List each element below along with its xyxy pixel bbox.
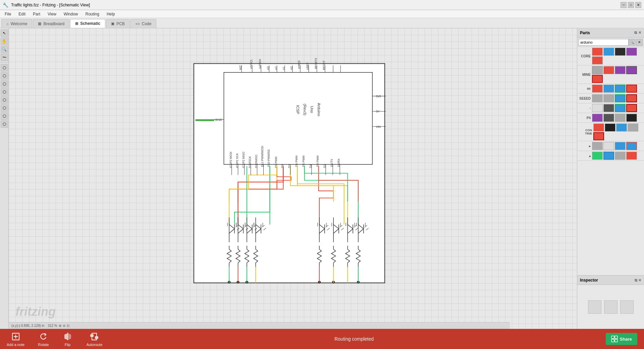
part-thumb[interactable] — [593, 123, 604, 132]
part-thumb[interactable] — [603, 48, 614, 56]
parts-grid-p4 — [592, 114, 637, 122]
restore-button[interactable]: □ — [628, 2, 634, 8]
part-thumb[interactable] — [592, 94, 603, 102]
part-thumb[interactable] — [603, 85, 614, 93]
part-tool-4[interactable]: ⬡ — [1, 88, 8, 96]
menu-routing[interactable]: Routing — [82, 11, 103, 17]
part-thumb[interactable] — [603, 94, 614, 102]
part-tool-2[interactable]: ⬡ — [1, 72, 8, 80]
tab-schematic-label: Schematic — [80, 21, 100, 26]
part-thumb[interactable] — [615, 152, 626, 160]
hand-tool[interactable]: ✋ — [1, 38, 8, 45]
part-thumb[interactable] — [615, 94, 626, 102]
part-thumb[interactable] — [626, 152, 637, 160]
part-thumb[interactable] — [592, 142, 603, 150]
svg-rect-170 — [95, 337, 98, 339]
window-title: Traffic lights.fzz - Fritzing - [Schemat… — [11, 3, 90, 7]
part-thumb[interactable] — [615, 142, 626, 150]
breadboard-icon: ▦ — [38, 21, 41, 26]
minimize-button[interactable]: ─ — [621, 2, 627, 8]
flip-label: Flip — [65, 343, 71, 347]
tab-welcome[interactable]: ⌂ Welcome — [1, 19, 32, 28]
zoom-indicator: 312 % ⊕ ⊖ ⊡ — [48, 324, 69, 328]
part-thumb[interactable] — [592, 104, 603, 112]
svg-rect-173 — [615, 339, 618, 342]
part-thumb[interactable] — [615, 66, 626, 74]
part-thumb[interactable] — [628, 123, 638, 132]
rotate-button[interactable]: Rotate — [38, 331, 49, 347]
part-thumb[interactable] — [626, 85, 637, 93]
schematic-canvas[interactable]: fritzing Arduino Uno (Rev3) ICSP N/C A5/… — [9, 28, 577, 329]
part-thumb[interactable] — [616, 123, 627, 132]
parts-title: Parts — [580, 31, 590, 35]
part-thumb[interactable] — [592, 152, 603, 160]
menu-edit[interactable]: Edit — [15, 11, 29, 17]
zoom-tool[interactable]: 🔍 — [1, 46, 8, 53]
part-thumb[interactable] — [592, 75, 603, 83]
part-thumb[interactable] — [615, 85, 626, 93]
part-thumb[interactable] — [592, 48, 603, 56]
tab-breadboard[interactable]: ▦ Breadboard — [33, 19, 69, 28]
part-thumb[interactable] — [626, 104, 637, 112]
inspector-close[interactable]: ✕ — [638, 278, 641, 282]
category-label-mine: MINE — [579, 73, 591, 77]
part-thumb[interactable] — [592, 56, 603, 64]
part-thumb[interactable] — [626, 114, 637, 122]
close-button[interactable]: ✕ — [635, 2, 641, 8]
parts-grid-core — [592, 48, 643, 64]
add-note-button[interactable]: Add a note — [7, 331, 24, 347]
menu-part[interactable]: Part — [30, 11, 44, 17]
autoroute-button[interactable]: Autoroute — [87, 331, 103, 347]
category-row-core: CORE — [577, 47, 644, 65]
part-thumb[interactable] — [603, 104, 614, 112]
part-thumb[interactable] — [592, 114, 603, 122]
svg-rect-171 — [611, 336, 614, 339]
parts-panel-close[interactable]: ✕ — [638, 31, 641, 35]
inspector-float[interactable]: ⧉ — [635, 278, 637, 282]
tab-pcb[interactable]: ▣ PCB — [106, 19, 130, 28]
tab-breadboard-label: Breadboard — [43, 21, 64, 26]
part-thumb[interactable] — [603, 66, 614, 74]
flip-button[interactable]: Flip — [62, 331, 73, 347]
part-thumb[interactable] — [615, 114, 626, 122]
canvas-area[interactable]: fritzing Arduino Uno (Rev3) ICSP N/C A5/… — [9, 28, 577, 329]
part-thumb[interactable] — [593, 132, 604, 140]
zoom-out-icon: ⊖ — [63, 324, 65, 328]
menu-file[interactable]: File — [1, 11, 14, 17]
part-thumb[interactable] — [592, 85, 603, 93]
search-input[interactable] — [579, 39, 629, 46]
part-thumb[interactable] — [603, 142, 614, 150]
menu-view[interactable]: View — [44, 11, 60, 17]
tabbar: ⌂ Welcome ▦ Breadboard ⊞ Schematic ▣ PCB… — [0, 18, 644, 28]
parts-grid-seeed — [592, 94, 637, 102]
part-thumb[interactable] — [626, 66, 637, 74]
part-thumb[interactable] — [626, 142, 637, 150]
category-label-9: ▴ — [579, 154, 591, 158]
category-row-5: ▫ — [577, 103, 644, 113]
part-thumb[interactable] — [626, 48, 637, 56]
part-thumb[interactable] — [603, 114, 614, 122]
part-tool-3[interactable]: ⬡ — [1, 80, 8, 88]
part-thumb[interactable] — [592, 66, 603, 74]
part-thumb[interactable] — [605, 123, 615, 132]
wire-tool[interactable]: 〜 — [1, 54, 8, 61]
part-thumb[interactable] — [626, 94, 637, 102]
tab-schematic[interactable]: ⊞ Schematic — [70, 19, 105, 28]
part-tool-6[interactable]: ⬡ — [1, 104, 8, 112]
part-tool-8[interactable]: ⬡ — [1, 120, 8, 128]
part-tool-7[interactable]: ⬡ — [1, 112, 8, 120]
pointer-tool[interactable]: ↖ — [1, 30, 8, 37]
part-tool-1[interactable]: ⬡ — [1, 64, 8, 71]
menu-help[interactable]: Help — [103, 11, 118, 17]
close-search-button[interactable]: ✕ — [636, 39, 643, 46]
part-tool-5[interactable]: ⬡ — [1, 96, 8, 104]
svg-rect-174 — [611, 339, 614, 342]
part-thumb[interactable] — [615, 104, 626, 112]
part-thumb[interactable] — [615, 48, 626, 56]
tab-code[interactable]: <> Code — [130, 19, 157, 28]
search-button[interactable]: 🔍 — [629, 39, 635, 46]
share-button[interactable]: Share — [606, 333, 637, 345]
part-thumb[interactable] — [603, 152, 614, 160]
menu-window[interactable]: Window — [60, 11, 82, 17]
parts-panel-float[interactable]: ⧉ — [634, 31, 637, 35]
